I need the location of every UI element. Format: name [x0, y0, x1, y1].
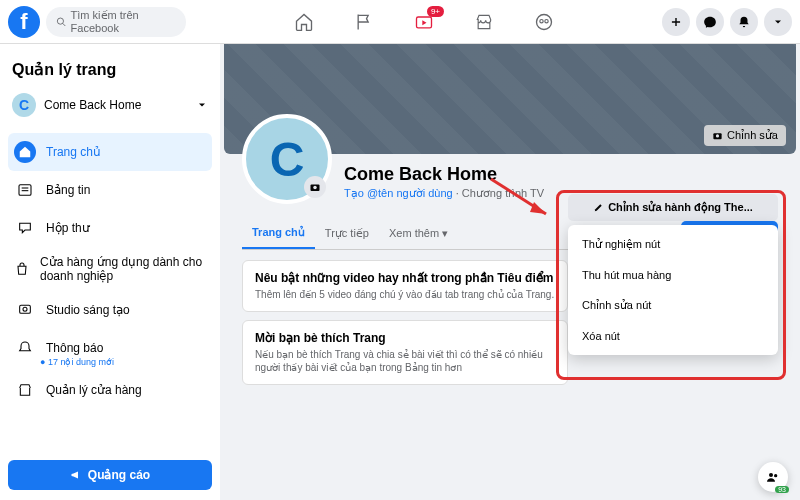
sidebar-item-inbox[interactable]: Hộp thư: [8, 209, 212, 247]
invite-title: Mời bạn bè thích Trang: [255, 331, 555, 345]
invite-card: Mời bạn bè thích Trang Nếu bạn bè thích …: [242, 320, 568, 385]
tab-live[interactable]: Trực tiếp: [315, 219, 379, 248]
sidebar-item-label: Bảng tin: [46, 183, 90, 197]
top-nav: f Tìm kiếm trên Facebook 9+: [0, 0, 800, 44]
dropdown-item-edit[interactable]: Chỉnh sửa nút: [568, 290, 778, 321]
page-selector[interactable]: C Come Back Home: [8, 89, 212, 121]
people-count: 93: [775, 486, 789, 493]
sidebar-item-newsfeed[interactable]: Bảng tin: [8, 171, 212, 209]
sidebar-item-label: Quản lý cửa hàng: [46, 383, 142, 397]
advertise-button[interactable]: Quảng cáo: [8, 460, 212, 490]
svg-point-14: [313, 186, 317, 190]
tab-home[interactable]: Trang chủ: [242, 218, 315, 249]
groups-icon[interactable]: [534, 12, 554, 32]
svg-point-5: [545, 19, 548, 22]
bag-icon: [14, 258, 30, 280]
sidebar-item-studio[interactable]: Studio sáng tạo: [8, 291, 212, 329]
create-icon[interactable]: [662, 8, 690, 36]
page-avatar: C: [12, 93, 36, 117]
sidebar-item-label: Cửa hàng ứng dụng dành cho doanh nghiệp: [40, 255, 206, 283]
cta-area: Chỉnh sửa hành động The... Thử nghiệm nú…: [568, 194, 778, 355]
svg-line-1: [63, 23, 66, 26]
sidebar-item-appstore[interactable]: Cửa hàng ứng dụng dành cho doanh nghiệp: [8, 247, 212, 291]
search-icon: [56, 16, 67, 28]
spotlight-card: Nêu bật những video hay nhất trong phần …: [242, 260, 568, 312]
notifications-sub: ● 17 nội dung mới: [40, 357, 212, 367]
dropdown-item-delete[interactable]: Xóa nút: [568, 321, 778, 351]
account-dropdown-icon[interactable]: [764, 8, 792, 36]
invite-body: Nếu bạn bè thích Trang và chia sẻ bài vi…: [255, 348, 555, 374]
svg-rect-9: [20, 305, 31, 313]
people-icon: [765, 469, 781, 485]
page-category: Chương trình TV: [462, 187, 544, 199]
bell-icon[interactable]: [730, 8, 758, 36]
pencil-icon: [593, 202, 604, 213]
bell-icon: [14, 337, 36, 359]
sidebar-list: Trang chủ Bảng tin Hộp thư Cửa hàng ứng …: [8, 133, 212, 409]
page-name: Come Back Home: [44, 98, 141, 112]
dropdown-item-purchase[interactable]: Thu hút mua hàng: [568, 260, 778, 290]
sidebar-item-home[interactable]: Trang chủ: [8, 133, 212, 171]
edit-cover-label: Chỉnh sửa: [727, 129, 778, 142]
create-username-link[interactable]: Tạo @tên người dùng: [344, 187, 453, 199]
newsfeed-icon: [14, 179, 36, 201]
svg-point-18: [769, 473, 773, 477]
spotlight-title: Nêu bật những video hay nhất trong phần …: [255, 271, 555, 285]
page-subtitle: Tạo @tên người dùng · Chương trình TV: [344, 187, 544, 200]
sidebar-item-label: Trang chủ: [46, 145, 101, 159]
home-icon: [14, 141, 36, 163]
shop-icon: [14, 379, 36, 401]
edit-cover-button[interactable]: Chỉnh sửa: [704, 125, 786, 146]
chevron-down-icon: [196, 99, 208, 111]
edit-cta-label: Chỉnh sửa hành động The...: [608, 201, 753, 214]
svg-point-10: [23, 307, 27, 311]
camera-icon: [712, 130, 723, 141]
search-placeholder: Tìm kiếm trên Facebook: [71, 9, 176, 34]
watch-badge: 9+: [427, 6, 444, 17]
home-icon[interactable]: [294, 12, 314, 32]
advertise-label: Quảng cáo: [88, 468, 150, 482]
sidebar-item-shop[interactable]: Quản lý cửa hàng: [8, 371, 212, 409]
svg-point-4: [540, 19, 543, 22]
page-title: Come Back Home: [344, 164, 544, 185]
search-input[interactable]: Tìm kiếm trên Facebook: [46, 7, 186, 37]
page-avatar-large[interactable]: C: [242, 114, 332, 204]
svg-point-19: [774, 474, 777, 477]
megaphone-icon: [70, 469, 82, 481]
dropdown-item-test[interactable]: Thử nghiệm nút: [568, 229, 778, 260]
svg-point-12: [716, 134, 719, 137]
facebook-logo[interactable]: f: [8, 6, 40, 38]
camera-icon: [309, 181, 321, 193]
sidebar-item-label: Thông báo: [46, 341, 103, 355]
svg-rect-6: [19, 185, 31, 196]
sidebar-item-label: Hộp thư: [46, 221, 90, 235]
svg-point-0: [57, 18, 63, 24]
edit-cta-button[interactable]: Chỉnh sửa hành động The...: [568, 194, 778, 221]
messenger-icon[interactable]: [696, 8, 724, 36]
watch-icon[interactable]: 9+: [414, 12, 434, 32]
inbox-icon: [14, 217, 36, 239]
svg-point-3: [537, 14, 552, 29]
center-nav: 9+: [186, 12, 662, 32]
main-content: Chỉnh sửa C Come Back Home Tạo @tên ngườ…: [224, 44, 796, 500]
tab-more[interactable]: Xem thêm ▾: [379, 219, 458, 248]
studio-icon: [14, 299, 36, 321]
sidebar: Quản lý trang C Come Back Home Trang chủ…: [0, 44, 220, 500]
sidebar-title: Quản lý trang: [8, 54, 212, 89]
marketplace-icon[interactable]: [474, 12, 494, 32]
avatar-camera-button[interactable]: [304, 176, 326, 198]
people-widget[interactable]: 93: [758, 462, 788, 492]
cta-dropdown: Thử nghiệm nút Thu hút mua hàng Chỉnh sử…: [568, 225, 778, 355]
right-nav: [662, 8, 792, 36]
sidebar-item-label: Studio sáng tạo: [46, 303, 130, 317]
flag-icon[interactable]: [354, 12, 374, 32]
spotlight-body: Thêm lên đến 5 video đáng chú ý vào đầu …: [255, 288, 555, 301]
